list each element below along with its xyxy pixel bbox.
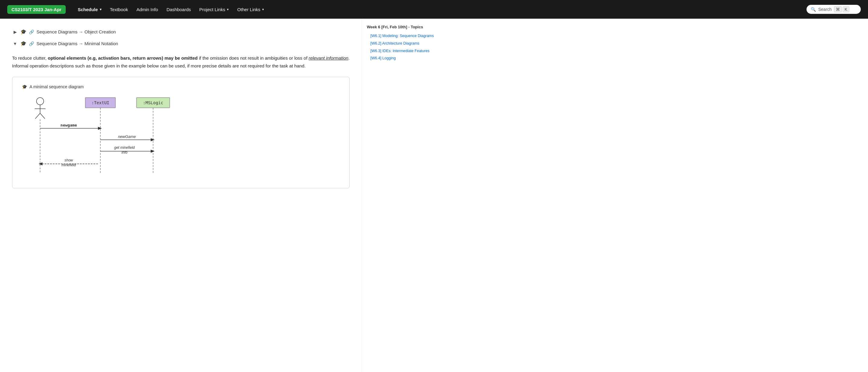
svg-text:newGame: newGame [118,134,135,139]
topic-1-expand[interactable]: ▶ [12,30,18,34]
desc-intro: To reduce clutter, [12,56,48,61]
topic-row-2: ▼ 🎓 🔗 Sequence Diagrams → Minimal Notati… [12,38,350,49]
svg-text:get minefield: get minefield [114,145,135,150]
svg-text:minefield: minefield [61,163,76,167]
nav-admin-info[interactable]: Admin Info [133,4,162,14]
topic-1-link-icon: 🔗 [29,30,34,34]
nav-schedule[interactable]: Schedule ▾ [74,4,105,14]
sidebar-link-w63[interactable]: [W6.3] IDEs: Intermediate Features [367,47,441,55]
brand-logo[interactable]: CS2103/T 2023 Jan-Apr [7,5,66,14]
svg-marker-13 [98,127,102,130]
search-label: Search [818,7,832,12]
desc-bold: optional elements (e.g, activation bars,… [48,56,198,61]
search-kbd1: ⌘ [834,6,842,12]
svg-line-4 [40,113,45,119]
sidebar-link-w62[interactable]: [W6.2] Architecture Diagrams [367,40,441,47]
svg-text:newgame: newgame [61,123,77,127]
diagram-title-text: A minimal sequence diagram [30,84,84,89]
topic-2-link-icon: 🔗 [29,41,34,46]
topic-1-cap-icon: 🎓 [21,29,27,35]
diagram-title-icon: 🎓 [22,84,27,89]
topic-2-expand[interactable]: ▼ [12,41,18,46]
topic-2-cap-icon: 🎓 [21,41,27,46]
nav-menu: Schedule ▾ Textbook Admin Info Dashboard… [74,4,807,14]
search-kbd2: K [843,6,849,12]
diagram-box: 🎓 A minimal sequence diagram :TextUI [12,77,350,188]
topic-1-text: Sequence Diagrams → Object Creation [36,29,116,34]
search-bar[interactable]: 🔍 Search ⌘ K [807,5,861,14]
nav-other-links[interactable]: Other Links ▾ [234,4,268,14]
sidebar-link-w61[interactable]: [W6.1] Modeling: Sequence Diagrams [367,32,441,40]
topic-2-text: Sequence Diagrams → Minimal Notation [36,41,118,46]
other-links-dropdown-icon: ▾ [262,7,264,11]
nav-textbook[interactable]: Textbook [106,4,132,14]
sequence-diagram: :TextUI :MSLogic newgame newGame [22,95,227,179]
nav-dashboards[interactable]: Dashboards [163,4,194,14]
navbar: CS2103/T 2023 Jan-Apr Schedule ▾ Textboo… [0,0,868,19]
topic-row-1: ▶ 🎓 🔗 Sequence Diagrams → Object Creatio… [12,26,350,38]
svg-text::MSLogic: :MSLogic [143,100,163,105]
page-layout: ▶ 🎓 🔗 Sequence Diagrams → Object Creatio… [0,19,868,372]
svg-point-0 [36,98,44,105]
project-links-dropdown-icon: ▾ [227,7,229,11]
sidebar: Week 6 [Fri, Feb 10th] - Topics [W6.1] M… [362,19,446,372]
description-block: To reduce clutter, optional elements (e.… [12,54,350,70]
search-shortcut: ⌘ K [834,6,849,12]
svg-text:info: info [121,150,127,155]
svg-marker-19 [151,150,155,153]
sidebar-heading: Week 6 [Fri, Feb 10th] - Topics [367,25,441,29]
svg-text::TextUI: :TextUI [91,100,109,105]
svg-line-3 [35,113,40,119]
svg-text:show: show [64,158,73,162]
svg-marker-23 [38,162,42,165]
diagram-title: 🎓 A minimal sequence diagram [22,84,340,89]
schedule-dropdown-icon: ▾ [100,7,101,11]
svg-marker-16 [151,138,155,141]
nav-project-links[interactable]: Project Links ▾ [195,4,232,14]
sidebar-link-w64[interactable]: [W6.4] Logging [367,55,441,62]
search-icon: 🔍 [811,7,816,12]
desc-mid: if the omission does not result in ambig… [198,56,309,61]
desc-italic-link[interactable]: relevant information [309,56,348,61]
main-content: ▶ 🎓 🔗 Sequence Diagrams → Object Creatio… [0,19,362,372]
